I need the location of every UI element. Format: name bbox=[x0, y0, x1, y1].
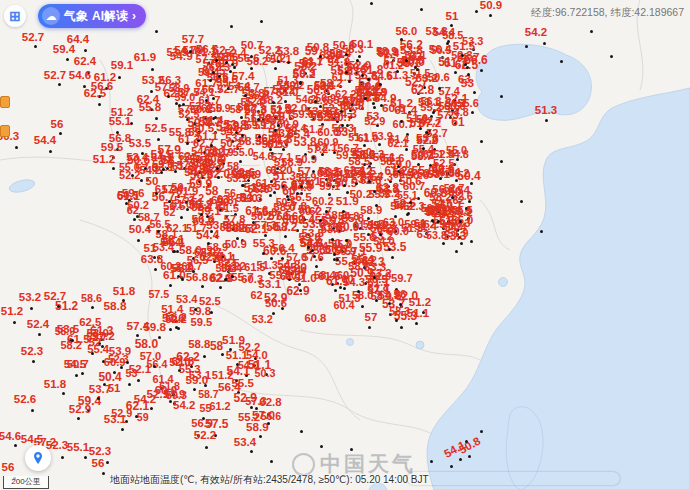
station-temp-label: 57.3 bbox=[245, 395, 266, 406]
station-temp-label: 59.4 bbox=[53, 44, 75, 56]
station-dot bbox=[350, 448, 353, 451]
station-dot bbox=[358, 55, 361, 58]
weather-ai-button[interactable]: ☁ 气象 AI解读 › bbox=[38, 4, 146, 28]
station-temp-label: 57.9 bbox=[367, 286, 389, 297]
station-dot bbox=[459, 220, 462, 223]
station-temp-label: 50.8 bbox=[307, 42, 329, 54]
station-temp-label: 58.7 bbox=[198, 389, 219, 400]
scale-label: 200公里 bbox=[11, 478, 40, 486]
station-temp-label: 61.2 bbox=[210, 400, 231, 411]
station-temp-label: 56.2 bbox=[450, 208, 472, 219]
station-dot bbox=[560, 60, 563, 63]
station-temp-label: 51 bbox=[438, 57, 451, 69]
station-temp-label: 59.5 bbox=[190, 318, 212, 329]
station-temp-label: 56 bbox=[2, 462, 15, 474]
station-dot bbox=[205, 446, 208, 449]
station-temp-label: 54.6 bbox=[69, 70, 91, 82]
station-temp-label: 59.0 bbox=[186, 374, 209, 386]
station-temp-label: 59.9 bbox=[296, 172, 317, 183]
station-dot bbox=[140, 179, 143, 182]
station-temp-label: 53.1 bbox=[258, 279, 281, 291]
station-temp-label: 52.4 bbox=[259, 112, 282, 124]
station-temp-label: 59.8 bbox=[298, 231, 321, 243]
station-temp-label: 60.4 bbox=[333, 300, 354, 311]
warning-badge-icon bbox=[0, 125, 10, 137]
station-dot bbox=[467, 73, 470, 76]
station-dot bbox=[239, 160, 242, 163]
station-temp-label: 51.0 bbox=[276, 88, 298, 100]
apps-grid-button[interactable]: ⊞ bbox=[4, 5, 26, 27]
station-temp-label: 58.7 bbox=[319, 178, 342, 190]
station-dot bbox=[281, 307, 284, 310]
station-temp-label: 58.2 bbox=[274, 222, 297, 234]
station-dot bbox=[118, 76, 121, 79]
station-temp-label: 52.3 bbox=[89, 446, 111, 458]
station-temp-label: 54.2 bbox=[173, 400, 195, 411]
station-dot bbox=[320, 445, 323, 448]
station-dot bbox=[217, 176, 220, 179]
station-dot bbox=[61, 456, 64, 459]
station-temp-label: 51.6 bbox=[162, 313, 185, 325]
station-temp-label: 50.6 bbox=[346, 61, 369, 73]
station-temp-label: 61.7 bbox=[303, 123, 324, 134]
station-temp-label: 60.7 bbox=[285, 271, 306, 282]
station-dot bbox=[375, 299, 378, 302]
station-temp-label: 53.1 bbox=[104, 414, 126, 426]
station-temp-label: 51.8 bbox=[44, 379, 66, 391]
station-dot bbox=[151, 68, 154, 71]
station-temp-label: 58.8 bbox=[188, 339, 210, 350]
station-dot bbox=[368, 326, 371, 329]
station-temp-label: 53.2 bbox=[142, 75, 164, 87]
station-temp-label: 57 bbox=[394, 201, 406, 212]
station-dot bbox=[120, 366, 123, 369]
station-temp-label: 51.9 bbox=[447, 228, 468, 239]
station-temp-label: 51 bbox=[446, 11, 459, 23]
station-dot bbox=[216, 167, 219, 170]
station-temp-label: 57.0 bbox=[286, 251, 307, 262]
station-temp-label: 60.8 bbox=[304, 314, 326, 325]
station-temp-label: 56.6 bbox=[247, 184, 269, 195]
station-dot bbox=[284, 235, 287, 238]
station-temp-label: 52.7 bbox=[22, 32, 44, 44]
cursor-coordinates-readout: 经度:96.722158, 纬度:42.189667 bbox=[531, 6, 684, 20]
station-temp-label: 50.3 bbox=[255, 367, 276, 378]
station-temp-label: 52.1 bbox=[129, 364, 151, 376]
cloud-icon: ☁ bbox=[42, 7, 60, 25]
station-temp-label: 52.5 bbox=[199, 296, 221, 307]
station-temp-label: 56.5 bbox=[163, 201, 185, 213]
station-temp-label: 59.1 bbox=[111, 60, 133, 72]
station-temp-label: 53.2 bbox=[19, 292, 41, 304]
station-dot bbox=[610, 55, 613, 58]
station-dot bbox=[500, 95, 503, 98]
station-temp-label: 56.5 bbox=[150, 219, 171, 230]
station-dot bbox=[416, 68, 419, 71]
station-temp-label: 60 bbox=[282, 186, 295, 198]
station-temp-label: 57.2 bbox=[307, 143, 328, 154]
station-temp-label: 55.2 bbox=[420, 102, 442, 113]
locate-me-button[interactable] bbox=[25, 445, 51, 471]
station-temp-label: 54 bbox=[184, 152, 196, 163]
station-temp-label: 55.4 bbox=[359, 82, 380, 93]
station-dot bbox=[540, 230, 543, 233]
station-temp-label: 53.5 bbox=[57, 324, 79, 336]
station-temp-label: 51.2 bbox=[93, 154, 115, 166]
station-dot bbox=[75, 374, 78, 377]
station-dot bbox=[525, 45, 528, 48]
station-dot bbox=[480, 430, 483, 433]
station-temp-label: 59.7 bbox=[391, 273, 413, 284]
station-dot bbox=[66, 58, 69, 61]
station-temp-label: 60.4 bbox=[214, 253, 236, 264]
station-dot bbox=[236, 237, 239, 240]
station-temp-label: 53.1 bbox=[427, 168, 450, 180]
station-dot bbox=[287, 61, 290, 64]
station-temp-label: 52.2 bbox=[379, 188, 400, 199]
station-temp-label: 57.9 bbox=[203, 58, 225, 69]
station-dot bbox=[299, 81, 302, 84]
station-temp-label: 61.7 bbox=[195, 79, 217, 90]
station-temp-label: 55.1 bbox=[109, 116, 131, 128]
station-temp-label: 55.1 bbox=[191, 202, 213, 213]
station-temp-label: 61.4 bbox=[361, 170, 384, 182]
station-dot bbox=[451, 196, 454, 199]
station-temp-label: 57 bbox=[365, 312, 378, 323]
station-dot bbox=[471, 111, 474, 114]
